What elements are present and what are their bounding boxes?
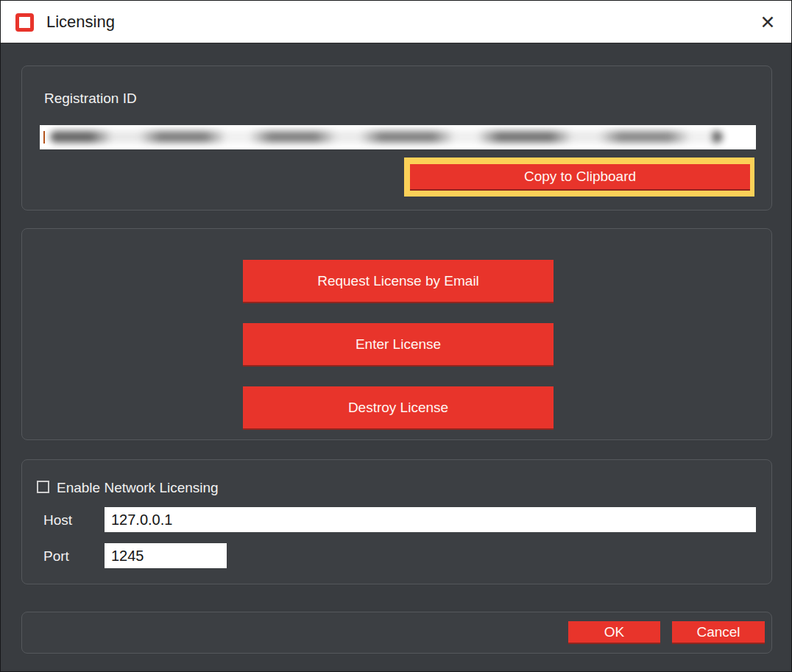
title-bar: Licensing ✕ bbox=[1, 1, 791, 43]
request-license-by-email-button[interactable]: Request License by Email bbox=[243, 260, 554, 303]
cancel-button[interactable]: Cancel bbox=[672, 621, 765, 644]
enable-network-licensing-label: Enable Network Licensing bbox=[57, 480, 219, 496]
redacted-registration-value bbox=[50, 131, 723, 143]
enable-network-licensing-checkbox[interactable] bbox=[37, 481, 49, 493]
window-title: Licensing bbox=[46, 1, 115, 43]
copy-to-clipboard-button[interactable]: Copy to Clipboard bbox=[410, 164, 750, 191]
enter-license-button[interactable]: Enter License bbox=[243, 323, 554, 367]
host-label: Host bbox=[43, 512, 72, 528]
licensing-dialog: Licensing ✕ Registration ID Copy to Clip… bbox=[0, 0, 792, 672]
app-logo-icon bbox=[15, 13, 34, 32]
annotation-highlight: Copy to Clipboard bbox=[404, 158, 754, 197]
port-input[interactable] bbox=[105, 543, 227, 568]
registration-id-label: Registration ID bbox=[44, 91, 137, 107]
registration-id-field[interactable] bbox=[40, 125, 756, 149]
port-label: Port bbox=[43, 548, 69, 565]
footer-panel: OK Cancel bbox=[21, 612, 772, 654]
text-caret bbox=[43, 131, 45, 144]
license-actions-panel: Request License by Email Enter License D… bbox=[21, 228, 772, 440]
host-input[interactable] bbox=[105, 507, 756, 532]
registration-panel: Registration ID Copy to Clipboard bbox=[21, 66, 772, 211]
network-licensing-panel: Enable Network Licensing Host Port bbox=[21, 459, 772, 584]
destroy-license-button[interactable]: Destroy License bbox=[243, 386, 554, 430]
ok-button[interactable]: OK bbox=[568, 621, 660, 644]
close-icon[interactable]: ✕ bbox=[750, 5, 785, 39]
